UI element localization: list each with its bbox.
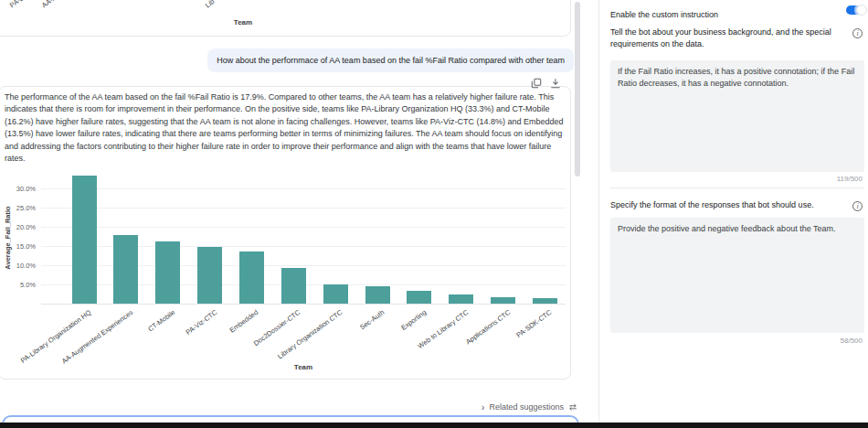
bar-Doc2Dossier-CTC bbox=[281, 268, 306, 304]
related-suggestions-button[interactable]: › Related suggestions bbox=[482, 402, 577, 412]
custom-instruction-panel: Enable the custom instruction Tell the b… bbox=[610, 0, 864, 423]
info-icon[interactable]: i bbox=[852, 201, 863, 211]
chart-gridline bbox=[41, 227, 566, 228]
previous-chart-x-axis-label: Team bbox=[15, 18, 471, 27]
chevron-right-icon: › bbox=[482, 403, 485, 412]
info-icon[interactable]: i bbox=[852, 28, 863, 38]
chart-x-tick-label: Applications CTC bbox=[426, 308, 512, 374]
assistant-response-card: The performance of the AA team based on … bbox=[0, 86, 571, 380]
chart-y-tick-label: 25.0% bbox=[1, 204, 36, 212]
previous-chart-card: PA-LiAA-AuLib Team bbox=[0, 0, 571, 37]
bar-PA-Library Organization HQ bbox=[72, 176, 97, 304]
chart-y-tick-label: 10.0% bbox=[1, 262, 36, 270]
chart-x-tick-label: PA-Library Organization HQ bbox=[6, 308, 92, 374]
toggle-knob bbox=[856, 5, 867, 16]
chart-y-tick-label: 20.0% bbox=[1, 223, 36, 231]
chart-gridline bbox=[41, 208, 566, 209]
chart-y-tick-label: 15.0% bbox=[1, 242, 36, 251]
chart-y-tick-label: 30.0% bbox=[1, 185, 36, 193]
related-suggestions-label: Related suggestions bbox=[489, 402, 564, 412]
custom-instruction-toggle[interactable] bbox=[846, 5, 863, 15]
chart-gridline bbox=[41, 188, 566, 189]
bar-Applications CTC bbox=[491, 297, 515, 304]
previous-chart-x-tick: PA-Li bbox=[8, 0, 26, 9]
sidebar-divider bbox=[610, 187, 864, 188]
copy-icon bbox=[531, 78, 542, 89]
bar-PA-Viz-CTC bbox=[197, 247, 222, 304]
bar-Library Organization CTC bbox=[323, 284, 348, 304]
chart-x-axis-line bbox=[41, 304, 566, 305]
chart-x-tick-label: PA-Viz-CTC bbox=[132, 308, 218, 374]
response-format-label: Specify the format of the responses that… bbox=[610, 199, 841, 211]
bar-Web to Library CTC bbox=[449, 294, 473, 304]
business-background-label: Tell the bot about your business backgro… bbox=[610, 27, 841, 49]
response-format-textarea[interactable]: Provide the positive and negative feedba… bbox=[610, 218, 864, 333]
previous-chart-x-tick: Lib bbox=[204, 0, 216, 9]
bottom-bar bbox=[0, 423, 868, 428]
business-background-textarea[interactable]: If the Fail Ratio increases, it has a po… bbox=[610, 60, 864, 172]
user-message-bubble: How about the perfornmace of AA team bas… bbox=[207, 48, 574, 72]
chart-x-tick-label: Web to Library CTC bbox=[384, 308, 470, 374]
enable-custom-instruction-label: Enable the custom instruction bbox=[610, 10, 718, 19]
download-button[interactable] bbox=[550, 77, 563, 90]
chart-x-tick-label: CT-Mobile bbox=[90, 308, 176, 374]
chart-y-tick-label: 5.0% bbox=[1, 281, 36, 289]
chat-panel: PA-LiAA-AuLib Team How about the perforn… bbox=[0, 0, 598, 428]
chart-x-tick-label: PA-SDK-CTC bbox=[467, 308, 553, 374]
bar-Exporting bbox=[407, 291, 431, 304]
scrollbar-thumb[interactable] bbox=[575, 2, 580, 177]
background-char-counter: 119/500 bbox=[837, 175, 863, 183]
bar-PA-SDK-CTC bbox=[533, 298, 557, 304]
panel-divider bbox=[598, 0, 599, 423]
format-char-counter: 58/500 bbox=[841, 337, 863, 345]
chart-y-axis-label: Average_Fail_Ratio bbox=[4, 183, 15, 293]
bar-chart: Average_Fail_Ratio Team 5.0%10.0%15.0%20… bbox=[0, 87, 572, 380]
bar-AA-Augmented Experiences bbox=[113, 235, 138, 304]
copy-button[interactable] bbox=[531, 77, 544, 90]
refresh-icon bbox=[568, 402, 577, 412]
user-message-text: How about the perfornmace of AA team bas… bbox=[217, 56, 565, 65]
bar-Sec-Auth bbox=[365, 286, 390, 304]
bar-CT-Mobile bbox=[155, 241, 180, 304]
previous-chart-x-tick: AA-Au bbox=[40, 0, 61, 9]
download-icon bbox=[550, 78, 561, 89]
bar-Embedded bbox=[239, 251, 264, 304]
chart-x-tick-label: AA-Augmented Experiences bbox=[48, 308, 134, 374]
